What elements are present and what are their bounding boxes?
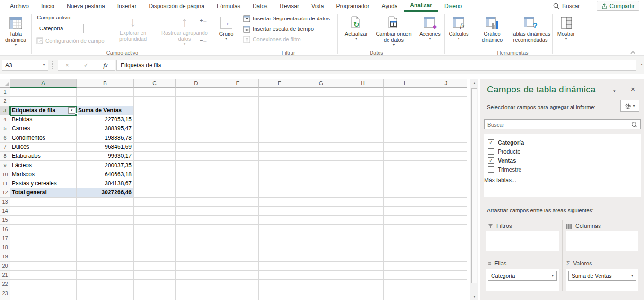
collapse-ribbon-button[interactable] bbox=[630, 51, 635, 54]
filas-drop-area[interactable]: Categoría ▾ bbox=[486, 269, 559, 291]
cell-a3-selected[interactable]: Etiquetas de fila ▾ bbox=[10, 106, 77, 115]
pivot-row-label[interactable]: Carnes bbox=[10, 124, 77, 133]
grupo-button[interactable]: → Grupo ▾ bbox=[215, 13, 238, 41]
row-header[interactable]: 7 bbox=[0, 143, 10, 152]
tabla-dinamica-button[interactable]: Tabla dinámica ▾ bbox=[2, 13, 29, 47]
tab-formulas[interactable]: Fórmulas bbox=[211, 0, 247, 12]
tab-insertar[interactable]: Insertar bbox=[111, 0, 143, 12]
column-header-d[interactable]: D bbox=[176, 79, 217, 88]
checkbox-checked-icon[interactable] bbox=[488, 157, 494, 164]
pivot-row-label[interactable]: Mariscos bbox=[10, 170, 77, 179]
formula-bar-expand-icon[interactable]: ▾ bbox=[641, 63, 643, 66]
pivot-filter-button[interactable]: ▾ bbox=[68, 107, 75, 114]
row-header[interactable]: 13 bbox=[0, 198, 10, 207]
fields-search-input[interactable] bbox=[485, 122, 631, 127]
pivot-row-value[interactable]: 304138,67 bbox=[77, 179, 134, 188]
row-header[interactable]: 17 bbox=[0, 234, 10, 243]
checkbox-unchecked-icon[interactable] bbox=[488, 166, 494, 173]
row-header[interactable]: 5 bbox=[0, 124, 10, 133]
tab-analizar-active[interactable]: Analizar bbox=[404, 0, 438, 12]
fields-search-box[interactable] bbox=[484, 119, 641, 129]
field-item-ventas[interactable]: Ventas bbox=[488, 156, 641, 165]
pivot-row-value[interactable]: 200037,35 bbox=[77, 161, 134, 170]
tablas-recomendadas-button[interactable]: ? Tablas dinámicas recomendadas bbox=[510, 13, 551, 43]
campo-activo-input[interactable] bbox=[37, 24, 84, 33]
name-box[interactable]: A3 ▾ bbox=[2, 60, 48, 71]
row-header[interactable]: 14 bbox=[0, 207, 10, 216]
vertical-scrollbar[interactable]: ▲ ▼ bbox=[470, 79, 478, 300]
select-all-corner[interactable] bbox=[0, 79, 10, 88]
valores-field-pill[interactable]: Suma de Ventas ▾ bbox=[568, 271, 636, 281]
tab-archivo[interactable]: Archivo bbox=[4, 0, 35, 12]
cancel-icon[interactable]: × bbox=[65, 62, 69, 69]
column-header-h[interactable]: H bbox=[342, 79, 384, 88]
expand-field-button[interactable]: +≡ bbox=[200, 17, 207, 24]
filas-field-pill[interactable]: Categoría ▾ bbox=[488, 271, 557, 281]
more-tables-link[interactable]: Más tablas... bbox=[484, 177, 516, 183]
row-header[interactable]: 19 bbox=[0, 252, 10, 261]
pane-tools-button[interactable]: ▾ bbox=[620, 100, 639, 112]
tab-datos[interactable]: Datos bbox=[247, 0, 273, 12]
valores-drop-area[interactable]: Suma de Ventas ▾ bbox=[566, 269, 638, 291]
acciones-button[interactable]: ◆ Acciones ▾ bbox=[417, 13, 443, 41]
mostrar-button[interactable]: Mostrar ▾ bbox=[554, 13, 578, 41]
grafico-dinamico-button[interactable]: Gráfico dinámico bbox=[476, 13, 509, 43]
columnas-drop-area[interactable] bbox=[566, 231, 638, 251]
actualizar-button[interactable]: ↻ Actualizar ▾ bbox=[340, 13, 373, 41]
pivot-row-label[interactable]: Bebidas bbox=[10, 115, 77, 124]
field-item-producto[interactable]: Producto bbox=[488, 147, 641, 156]
column-header-a[interactable]: A bbox=[10, 79, 77, 88]
column-header-g[interactable]: G bbox=[300, 79, 342, 88]
row-header[interactable]: 21 bbox=[0, 271, 10, 280]
share-button[interactable]: Compartir bbox=[597, 1, 639, 11]
tab-disposicion[interactable]: Disposición de página bbox=[142, 0, 210, 12]
row-header[interactable]: 15 bbox=[0, 216, 10, 225]
row-header[interactable]: 22 bbox=[0, 280, 10, 289]
conexiones-filtro-button[interactable]: Conexiones de filtro bbox=[243, 35, 301, 44]
pivot-row-value[interactable]: 388395,47 bbox=[77, 124, 134, 133]
formula-input[interactable]: Etiquetas de fila bbox=[116, 60, 636, 71]
row-header[interactable]: 9 bbox=[0, 161, 10, 170]
row-header-selected[interactable]: 3 bbox=[0, 106, 10, 115]
pane-options-chevron-icon[interactable]: ▾ bbox=[613, 89, 616, 93]
explorar-profundidad-button[interactable]: ↓ Explorar en profundidad bbox=[110, 12, 156, 42]
row-header[interactable]: 8 bbox=[0, 152, 10, 161]
configuracion-campo-button[interactable]: Configuración de campo bbox=[36, 36, 105, 45]
column-header-e[interactable]: E bbox=[217, 79, 259, 88]
insert-function-icon[interactable]: fx bbox=[103, 62, 107, 69]
tab-ayuda[interactable]: Ayuda bbox=[375, 0, 404, 12]
scrollbar-thumb[interactable] bbox=[471, 88, 477, 283]
pivot-total-value[interactable]: 3027266,46 bbox=[77, 188, 134, 197]
selection-fill-handle[interactable] bbox=[75, 113, 78, 116]
row-header[interactable]: 4 bbox=[0, 115, 10, 124]
tab-programador[interactable]: Programador bbox=[330, 0, 375, 12]
tab-vista[interactable]: Vista bbox=[305, 0, 330, 12]
cambiar-origen-button[interactable]: Cambiar origen de datos ▾ bbox=[374, 13, 414, 47]
tab-revisar[interactable]: Revisar bbox=[273, 0, 305, 12]
insertar-segmentacion-button[interactable]: Insertar Segmentación de datos bbox=[243, 14, 330, 23]
pivot-row-label[interactable]: Dulces bbox=[10, 143, 77, 152]
scroll-down-arrow[interactable]: ▼ bbox=[471, 292, 478, 300]
pane-close-icon[interactable]: × bbox=[631, 85, 635, 93]
row-header[interactable]: 20 bbox=[0, 262, 10, 271]
field-item-categoria[interactable]: Categoría bbox=[488, 138, 641, 147]
column-header-j[interactable]: J bbox=[425, 79, 467, 88]
row-header[interactable]: 16 bbox=[0, 225, 10, 234]
pivot-row-label[interactable]: Pastas y cereales bbox=[10, 179, 77, 188]
column-header-i[interactable]: I bbox=[384, 79, 425, 88]
pivot-row-label[interactable]: Lácteos bbox=[10, 161, 77, 170]
row-header[interactable]: 1 bbox=[0, 88, 10, 97]
collapse-field-button[interactable]: −≡ bbox=[200, 36, 207, 44]
row-header[interactable]: 2 bbox=[0, 97, 10, 106]
pivot-row-value[interactable]: 99630,17 bbox=[77, 152, 134, 161]
pivot-row-value[interactable]: 227053,15 bbox=[77, 115, 134, 124]
column-header-b[interactable]: B bbox=[77, 79, 134, 88]
column-header-c[interactable]: C bbox=[134, 79, 176, 88]
tab-nueva-pestana[interactable]: Nueva pestaña bbox=[61, 0, 111, 12]
insertar-escala-tiempo-button[interactable]: Insertar escala de tiempo bbox=[243, 24, 314, 34]
cell-grid[interactable]: Etiquetas de fila ▾ Suma de Ventas Bebid… bbox=[10, 88, 467, 300]
row-header[interactable]: 10 bbox=[0, 170, 10, 179]
cell-b3[interactable]: Suma de Ventas bbox=[77, 106, 134, 115]
pivot-row-value[interactable]: 198886,78 bbox=[77, 133, 134, 142]
tab-diseno[interactable]: Diseño bbox=[438, 0, 468, 12]
